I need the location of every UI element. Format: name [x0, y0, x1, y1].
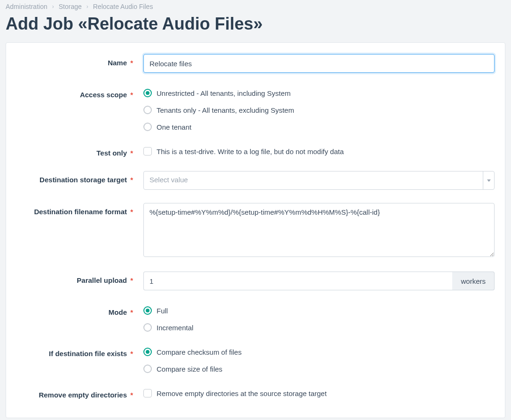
access-scope-option-one-tenant[interactable]: One tenant [143, 123, 495, 131]
radio-label: Full [157, 307, 168, 315]
test-only-checkbox[interactable]: This is a test-drive. Write to a log fil… [143, 147, 495, 156]
label-dest-filename: Destination filename format * [16, 203, 143, 217]
chevron-down-icon [483, 171, 494, 189]
breadcrumb: Administration › Storage › Relocate Audi… [0, 0, 511, 11]
label-parallel-upload: Parallel upload * [16, 272, 143, 285]
radio-label: Compare checksum of files [157, 348, 242, 356]
parallel-upload-input[interactable] [143, 272, 452, 290]
breadcrumb-link-administration[interactable]: Administration [6, 3, 47, 10]
checkbox-label: Remove empty directories at the source s… [157, 389, 327, 397]
label-dest-storage: Destination storage target * [16, 171, 143, 185]
dest-exists-option-size[interactable]: Compare size of files [143, 365, 495, 373]
checkbox-icon [143, 147, 152, 156]
access-scope-option-tenants-only[interactable]: Tenants only - All tenants, excluding Sy… [143, 106, 495, 114]
select-placeholder: Select value [144, 171, 483, 189]
radio-icon [143, 89, 152, 97]
label-remove-empty: Remove empty directories * [16, 386, 143, 400]
radio-label: Incremental [157, 324, 193, 332]
radio-label: Tenants only - All tenants, excluding Sy… [157, 106, 294, 114]
radio-icon [143, 323, 152, 332]
dest-filename-textarea[interactable]: %{setup-time#%Y%m%d}/%{setup-time#%Y%m%d… [143, 203, 495, 257]
breadcrumb-link-storage[interactable]: Storage [59, 3, 82, 10]
page-title: Add Job «Relocate Audio Files» [0, 11, 511, 42]
name-input[interactable] [143, 54, 495, 73]
breadcrumb-link-relocate-audio-files[interactable]: Relocate Audio Files [93, 3, 153, 10]
access-scope-option-unrestricted[interactable]: Unrestricted - All tenants, including Sy… [143, 89, 495, 97]
label-access-scope: Access scope * [16, 86, 143, 100]
label-test-only: Test only * [16, 144, 143, 158]
radio-label: One tenant [157, 123, 191, 131]
radio-icon [143, 348, 152, 356]
radio-icon [143, 123, 152, 131]
mode-option-full[interactable]: Full [143, 306, 495, 315]
radio-label: Compare size of files [157, 365, 222, 373]
label-name: Name * [16, 54, 143, 68]
dest-exists-option-checksum[interactable]: Compare checksum of files [143, 348, 495, 356]
radio-icon [143, 365, 152, 373]
chevron-right-icon: › [86, 3, 88, 10]
checkbox-label: This is a test-drive. Write to a log fil… [157, 148, 344, 156]
label-mode: Mode * [16, 303, 143, 317]
form-panel: Name * Access scope * Unrestricted - All… [6, 42, 505, 418]
dest-storage-select[interactable]: Select value [143, 171, 495, 190]
remove-empty-checkbox[interactable]: Remove empty directories at the source s… [143, 389, 495, 397]
chevron-right-icon: › [52, 3, 54, 10]
radio-icon [143, 106, 152, 114]
mode-option-incremental[interactable]: Incremental [143, 323, 495, 332]
radio-icon [143, 306, 152, 315]
label-if-dest-exists: If destination file exists * [16, 345, 143, 358]
radio-label: Unrestricted - All tenants, including Sy… [157, 89, 291, 97]
addon-workers: workers [452, 272, 495, 290]
checkbox-icon [143, 389, 152, 397]
